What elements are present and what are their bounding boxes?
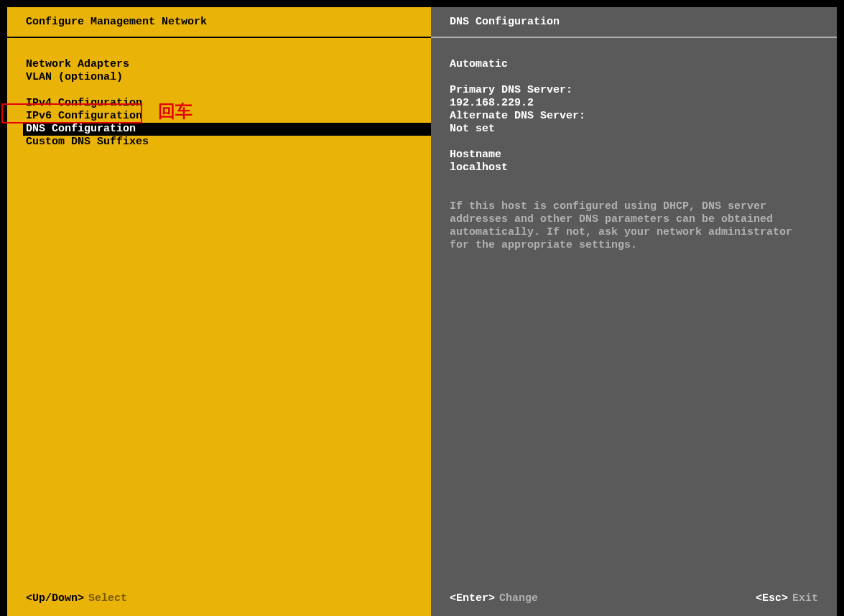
left-panel-title: Configure Management Network xyxy=(7,7,431,38)
footer-updown-action: Select xyxy=(88,592,127,605)
menu-custom-dns-suffixes[interactable]: Custom DNS Suffixes xyxy=(26,136,412,149)
footer-esc: <Esc>Exit xyxy=(756,592,818,605)
footer-updown-key: <Up/Down> xyxy=(26,592,84,605)
left-panel-footer: <Up/Down>Select xyxy=(7,585,431,616)
hostname-value: localhost xyxy=(450,162,818,174)
footer-enter-action: Change xyxy=(499,592,538,605)
right-panel-body: Automatic Primary DNS Server: 192.168.22… xyxy=(431,38,837,585)
menu-dns-configuration[interactable]: DNS Configuration xyxy=(23,123,434,136)
right-panel-title: DNS Configuration xyxy=(431,7,837,38)
dcui-screen: Configure Management Network Network Ada… xyxy=(0,0,844,616)
right-panel: DNS Configuration Automatic Primary DNS … xyxy=(431,7,837,616)
menu-ipv4[interactable]: IPv4 Configuration xyxy=(26,97,412,110)
footer-enter: <Enter>Change xyxy=(450,592,538,605)
alternate-dns-value: Not set xyxy=(450,123,818,136)
primary-dns-label: Primary DNS Server: xyxy=(450,84,818,97)
menu-vlan[interactable]: VLAN (optional) xyxy=(26,71,412,84)
dns-mode: Automatic xyxy=(450,58,818,71)
dns-help-text: If this host is configured using DHCP, D… xyxy=(450,200,818,252)
primary-dns-value: 192.168.229.2 xyxy=(450,97,818,110)
menu-network-adapters[interactable]: Network Adapters xyxy=(26,58,412,71)
right-panel-footer: <Enter>Change <Esc>Exit xyxy=(431,585,837,616)
left-panel-body: Network Adapters VLAN (optional) IPv4 Co… xyxy=(7,38,431,585)
left-panel: Configure Management Network Network Ada… xyxy=(7,7,431,616)
footer-esc-action: Exit xyxy=(792,592,818,605)
footer-esc-key: <Esc> xyxy=(756,592,788,605)
menu-ipv6[interactable]: IPv6 Configuration xyxy=(26,110,412,123)
footer-enter-key: <Enter> xyxy=(450,592,495,605)
alternate-dns-label: Alternate DNS Server: xyxy=(450,110,818,123)
menu-spacer xyxy=(26,84,412,97)
hostname-label: Hostname xyxy=(450,149,818,162)
